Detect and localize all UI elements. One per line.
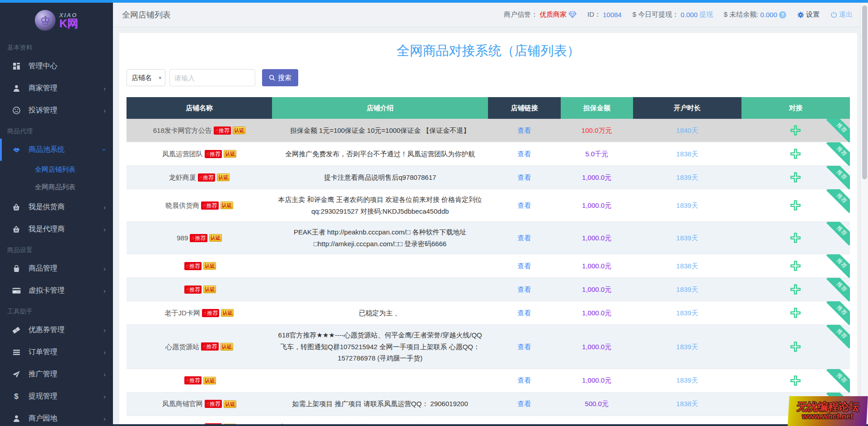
sidebar-subitem-product-list[interactable]: 全网商品列表 bbox=[0, 178, 113, 196]
content-card: 全网商品对接系统（店铺列表） 店铺名 ▾ 搜索 店铺名称 店铺介绍 店铺链接 担… bbox=[119, 33, 857, 426]
verified-badge: 认证 bbox=[221, 201, 233, 209]
thumb-up-icon: ☝ bbox=[186, 378, 189, 383]
view-link[interactable]: 查看 bbox=[518, 375, 531, 386]
sidebar-item-product-pool[interactable]: 商品池系统 › bbox=[0, 139, 113, 161]
sidebar-item-withdraw-mgmt[interactable]: $ 提现管理 › bbox=[0, 385, 113, 407]
sidebar-item-admin-center[interactable]: 管理中心 bbox=[0, 55, 113, 77]
view-link[interactable]: 查看 bbox=[518, 148, 531, 160]
connect-plus-icon[interactable] bbox=[789, 199, 802, 211]
col-connect: 对接 bbox=[741, 97, 850, 119]
shop-intro: PEAK王者 http://peaknb.cccpan.com/□ 各种软件下载… bbox=[272, 222, 488, 254]
sidebar-subitem-shop-list[interactable]: 全网店铺列表 bbox=[0, 161, 113, 178]
chevron-right-icon: › bbox=[103, 203, 106, 211]
guarantee-amount: 1,000.0元 bbox=[561, 301, 633, 324]
recommend-badge: ☝推荐 bbox=[190, 234, 207, 242]
sidebar-item-promotion-mgmt[interactable]: 推广管理 › bbox=[0, 363, 113, 385]
view-link[interactable]: 查看 bbox=[518, 260, 531, 272]
shop-intro: 本店主卖 和评金鹰 王者农药的项目 欢迎各位前来对接 价格肯定到位 qq:293… bbox=[272, 189, 488, 221]
sidebar-item-order-mgmt[interactable]: 订单管理 › bbox=[0, 341, 113, 363]
connect-plus-icon[interactable] bbox=[789, 171, 802, 183]
sidebar-item-supplier[interactable]: 我是供货商 › bbox=[0, 196, 113, 218]
table-row: 凤凰运营团队 ☝推荐 认证 全网推广免费发布，否则平台不予通过！凤凰运营团队为你… bbox=[127, 142, 850, 166]
connect-plus-icon[interactable] bbox=[789, 232, 802, 244]
thumb-up-icon: ☝ bbox=[203, 310, 206, 316]
shop-intro bbox=[272, 369, 488, 392]
col-shop-intro: 店铺介绍 bbox=[272, 97, 488, 119]
view-link[interactable]: 查看 bbox=[518, 284, 531, 295]
recommend-badge: ☝推荐 bbox=[202, 309, 219, 317]
connect-plus-icon[interactable] bbox=[789, 148, 802, 160]
table-row: 老于JD卡网 ☝推荐 认证 已稳定为主 、 查看 1,000.0元 1839天 … bbox=[127, 301, 850, 325]
user-icon bbox=[12, 84, 21, 92]
bottom-edge-bar bbox=[113, 424, 868, 426]
connect-plus-icon[interactable] bbox=[789, 341, 802, 353]
basket-icon bbox=[12, 225, 21, 234]
recommend-badge: ☝推荐 bbox=[201, 342, 218, 351]
view-link[interactable]: 查看 bbox=[518, 232, 531, 244]
withdrawable-today: $ 今日可提现： 0.000 提现 bbox=[633, 10, 713, 19]
verified-badge: 认证 bbox=[217, 173, 230, 181]
view-link[interactable]: 查看 bbox=[518, 125, 531, 136]
account-age: 1840天 bbox=[633, 119, 741, 142]
connect-plus-icon[interactable] bbox=[789, 260, 802, 272]
merchant-reputation: 商户信誉： 优质商家 bbox=[504, 10, 577, 19]
withdraw-link[interactable]: 提现 bbox=[699, 10, 713, 19]
sidebar-item-agent[interactable]: 我是代理商 › bbox=[0, 218, 113, 240]
sidebar-item-virtual-card-mgmt[interactable]: 虚拟卡管理 › bbox=[0, 280, 113, 302]
view-link[interactable]: 查看 bbox=[518, 398, 531, 410]
scrollbar-thumb[interactable] bbox=[862, 5, 867, 179]
guarantee-amount: 1,000.0元 bbox=[561, 369, 633, 392]
sidebar-item-merchant-garden[interactable]: 商户园地 › bbox=[0, 407, 113, 426]
guarantee-amount: 1,000.0元 bbox=[561, 278, 633, 301]
sidebar-item-merchant-mgmt[interactable]: 商家管理 › bbox=[0, 77, 113, 99]
guarantee-amount: 500.0元 bbox=[561, 393, 633, 416]
account-age: 1838天 bbox=[633, 142, 741, 165]
sidebar: ♔ XIAO K网 基本资料 管理中心 商家管理 › 投诉管理 › bbox=[0, 0, 113, 426]
search-field-select[interactable]: 店铺名 ▾ bbox=[127, 69, 165, 86]
shop-intro: 已稳定为主 、 bbox=[272, 301, 488, 324]
account-age: 1838天 bbox=[633, 393, 741, 416]
help-icon[interactable]: ? bbox=[779, 11, 786, 19]
user-icon bbox=[12, 415, 21, 422]
table-header: 店铺名称 店铺介绍 店铺链接 担保金额 开户时长 对接 bbox=[127, 97, 850, 119]
table-row: 晓晨供货商 ☝推荐 认证 本店主卖 和评金鹰 王者农药的项目 欢迎各位前来对接 … bbox=[127, 189, 850, 222]
view-link[interactable]: 查看 bbox=[518, 200, 531, 211]
search-input[interactable] bbox=[169, 69, 255, 86]
verified-badge: 认证 bbox=[233, 126, 245, 134]
recommend-badge: ☝推荐 bbox=[214, 126, 231, 135]
verified-badge: 认证 bbox=[221, 309, 234, 317]
account-age: 1839天 bbox=[633, 166, 741, 189]
shop-intro bbox=[272, 254, 488, 277]
account-age: 1839天 bbox=[633, 301, 741, 324]
recommend-badge: ☝推荐 bbox=[198, 173, 215, 182]
page-title: 全网店铺列表 bbox=[122, 9, 171, 20]
account-age: 1839天 bbox=[633, 325, 741, 369]
chevron-right-icon: › bbox=[103, 287, 106, 295]
gear-icon bbox=[797, 11, 804, 19]
logout-button[interactable]: 退出 bbox=[830, 10, 853, 19]
settings-button[interactable]: 设置 bbox=[797, 10, 820, 19]
connect-plus-icon[interactable] bbox=[789, 307, 802, 319]
account-age: 1839天 bbox=[633, 369, 741, 392]
chevron-right-icon: › bbox=[103, 265, 106, 272]
sidebar-item-product-mgmt[interactable]: 商品管理 › bbox=[0, 257, 113, 280]
connect-plus-icon[interactable] bbox=[789, 375, 802, 387]
col-shop-link: 店铺链接 bbox=[488, 97, 560, 119]
guarantee-amount: 1,000.0元 bbox=[561, 222, 633, 254]
sidebar-item-complaint-mgmt[interactable]: 投诉管理 › bbox=[0, 99, 113, 122]
connect-plus-icon[interactable] bbox=[789, 283, 802, 295]
col-account-age: 开户时长 bbox=[633, 97, 741, 119]
view-link[interactable]: 查看 bbox=[518, 307, 531, 319]
view-link[interactable]: 查看 bbox=[518, 172, 531, 183]
credit-card-icon bbox=[12, 287, 21, 294]
connect-plus-icon[interactable] bbox=[789, 124, 802, 136]
search-button[interactable]: 搜索 bbox=[262, 69, 298, 86]
grid-icon bbox=[12, 62, 21, 70]
shop-name: 凤凰运营团队 bbox=[162, 148, 203, 160]
logo-king-icon: ♔ bbox=[35, 10, 56, 31]
sidebar-item-coupon-mgmt[interactable]: 优惠券管理 › bbox=[0, 319, 113, 341]
view-link[interactable]: 查看 bbox=[518, 341, 531, 353]
section-tools: 工具助手 bbox=[0, 302, 113, 319]
system-title: 全网商品对接系统（店铺列表） bbox=[119, 42, 857, 60]
table-row: ☝推荐 认证 查看 1,000.0元 1839天 推荐 bbox=[127, 278, 850, 301]
